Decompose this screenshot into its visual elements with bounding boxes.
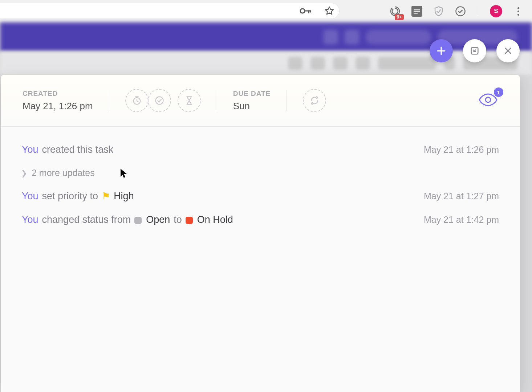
actor-you: You bbox=[22, 214, 38, 225]
avatar-initial: S bbox=[494, 8, 498, 15]
task-panel-header: CREATED May 21, 1:26 pm bbox=[1, 75, 520, 127]
activity-time: May 21 at 1:26 pm bbox=[424, 144, 499, 155]
svg-rect-2 bbox=[308, 11, 309, 13]
start-timer-button[interactable] bbox=[125, 89, 149, 112]
watchers-count: 1 bbox=[494, 87, 503, 97]
extension-icons: 9+ S bbox=[389, 5, 524, 17]
flag-icon: ⚑ bbox=[102, 191, 110, 202]
status-to: On Hold bbox=[197, 214, 233, 225]
extension-check-circle-icon[interactable] bbox=[455, 5, 466, 17]
svg-rect-5 bbox=[414, 11, 420, 12]
minimize-button[interactable] bbox=[463, 39, 486, 62]
svg-rect-6 bbox=[414, 13, 418, 14]
plus-icon bbox=[436, 45, 447, 56]
status-from: Open bbox=[146, 214, 170, 225]
activity-item-created: You created this task May 21 at 1:26 pm bbox=[22, 144, 499, 155]
due-date-label: DUE DATE bbox=[233, 90, 271, 98]
svg-point-10 bbox=[155, 97, 163, 105]
extension-shield-icon[interactable] bbox=[433, 5, 444, 17]
extension-spiral-icon[interactable]: 9+ bbox=[389, 5, 401, 17]
activity-item-status: You changed status from Open to On Hold … bbox=[22, 214, 499, 225]
separator bbox=[478, 6, 478, 17]
key-icon[interactable] bbox=[300, 7, 312, 15]
chevron-right-icon: ❯ bbox=[21, 169, 27, 177]
svg-rect-1 bbox=[304, 11, 311, 12]
due-date-block[interactable]: DUE DATE Sun bbox=[233, 90, 271, 112]
mark-complete-button[interactable] bbox=[148, 89, 171, 112]
created-value: May 21, 1:26 pm bbox=[23, 101, 93, 112]
activity-text: created this task bbox=[42, 144, 114, 155]
activity-item-priority: You set priority to ⚑ High May 21 at 1:2… bbox=[22, 191, 499, 202]
divider bbox=[217, 90, 217, 111]
recurring-button[interactable] bbox=[303, 89, 326, 112]
activity-time: May 21 at 1:42 pm bbox=[424, 215, 499, 225]
minimize-icon bbox=[470, 46, 480, 56]
priority-value: High bbox=[114, 191, 134, 202]
created-label: CREATED bbox=[23, 90, 93, 98]
browser-menu-icon[interactable] bbox=[512, 5, 524, 17]
omnibox[interactable] bbox=[0, 3, 340, 19]
due-date-value: Sun bbox=[233, 101, 271, 112]
to-word: to bbox=[174, 214, 182, 225]
actor-you: You bbox=[22, 144, 38, 155]
more-updates-toggle[interactable]: ❯ 2 more updates bbox=[21, 168, 499, 178]
svg-point-0 bbox=[300, 9, 305, 13]
divider bbox=[287, 90, 287, 111]
activity-text: changed status from bbox=[42, 214, 131, 225]
actor-you: You bbox=[22, 191, 38, 202]
check-circle-icon bbox=[154, 95, 165, 106]
activity-text: set priority to bbox=[42, 191, 98, 202]
activity-time: May 21 at 1:27 pm bbox=[424, 191, 499, 201]
created-block: CREATED May 21, 1:26 pm bbox=[23, 90, 93, 112]
task-panel: CREATED May 21, 1:26 pm bbox=[1, 75, 520, 392]
svg-rect-3 bbox=[310, 11, 311, 13]
close-icon bbox=[503, 46, 513, 56]
extension-notification-badge: 9+ bbox=[395, 14, 404, 20]
extension-notes-icon[interactable] bbox=[411, 5, 423, 17]
close-button[interactable] bbox=[496, 39, 520, 62]
star-icon[interactable] bbox=[324, 6, 334, 16]
status-chip-onhold bbox=[186, 217, 193, 224]
svg-rect-4 bbox=[414, 9, 420, 10]
status-chip-open bbox=[134, 217, 142, 224]
browser-chrome: 9+ S bbox=[0, 0, 532, 23]
profile-avatar[interactable]: S bbox=[490, 5, 502, 17]
divider bbox=[109, 90, 109, 111]
time-estimate-button[interactable] bbox=[178, 89, 201, 112]
svg-point-11 bbox=[486, 97, 491, 102]
watchers-button[interactable]: 1 bbox=[478, 93, 498, 109]
recurring-icon bbox=[309, 95, 320, 106]
add-button[interactable] bbox=[430, 39, 453, 62]
time-tracking-icons bbox=[125, 89, 201, 112]
task-modal-actions bbox=[430, 39, 520, 62]
activity-feed: You created this task May 21 at 1:26 pm … bbox=[1, 127, 520, 243]
more-updates-label: 2 more updates bbox=[32, 168, 95, 178]
clock-icon bbox=[132, 95, 142, 106]
hourglass-icon bbox=[185, 95, 193, 106]
